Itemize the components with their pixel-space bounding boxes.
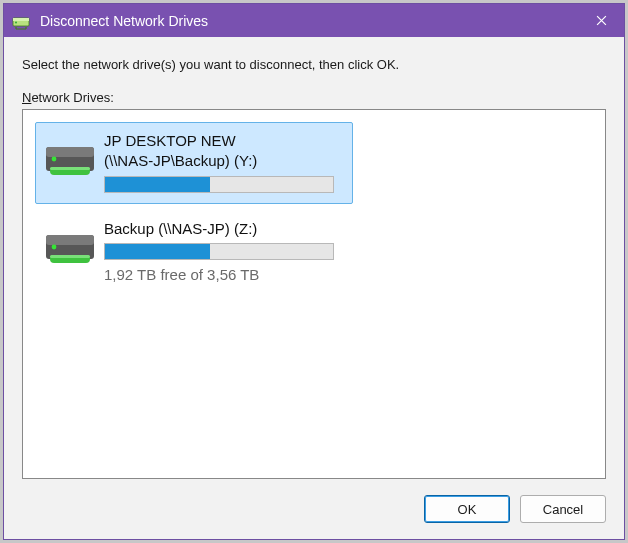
network-drive-icon [44, 227, 96, 269]
svg-point-10 [52, 244, 57, 249]
drive-info: Backup (\\NAS-JP) (Z:) 1,92 TB free of 3… [104, 219, 334, 283]
close-icon [596, 15, 607, 26]
title-bar: Disconnect Network Drives [4, 4, 624, 37]
list-label-accelerator: N [22, 90, 31, 105]
list-label-rest: etwork Drives: [31, 90, 113, 105]
window-title: Disconnect Network Drives [40, 13, 578, 29]
svg-point-5 [52, 157, 57, 162]
svg-rect-7 [50, 167, 90, 170]
drive-capacity-fill [105, 244, 210, 259]
cancel-button[interactable]: Cancel [520, 495, 606, 523]
svg-rect-9 [46, 235, 94, 245]
network-drive-icon [44, 139, 96, 181]
ok-button[interactable]: OK [424, 495, 510, 523]
dialog-buttons: OK Cancel [22, 495, 606, 523]
close-button[interactable] [578, 4, 624, 37]
drive-info: JP DESKTOP NEW (\\NAS-JP\Backup) (Y:) [104, 131, 334, 193]
ok-button-label: OK [458, 502, 477, 517]
drive-item[interactable]: Backup (\\NAS-JP) (Z:) 1,92 TB free of 3… [35, 210, 593, 294]
drive-free-text: 1,92 TB free of 3,56 TB [104, 266, 334, 283]
cancel-button-label: Cancel [543, 502, 583, 517]
dialog-window: Disconnect Network Drives Select the net… [3, 3, 625, 540]
network-drives-listbox[interactable]: JP DESKTOP NEW (\\NAS-JP\Backup) (Y:) [22, 109, 606, 479]
list-label: Network Drives: [22, 90, 606, 105]
svg-rect-12 [50, 255, 90, 258]
drive-capacity-bar [104, 176, 334, 193]
network-drive-app-icon [12, 12, 30, 30]
drive-title-line1: JP DESKTOP NEW [104, 131, 334, 151]
drive-title-line2: (\\NAS-JP\Backup) (Y:) [104, 151, 334, 171]
svg-rect-4 [46, 147, 94, 157]
drive-capacity-bar [104, 243, 334, 260]
client-area: Select the network drive(s) you want to … [4, 37, 624, 539]
svg-point-2 [15, 21, 17, 23]
instruction-text: Select the network drive(s) you want to … [22, 57, 606, 72]
drive-item[interactable]: JP DESKTOP NEW (\\NAS-JP\Backup) (Y:) [35, 122, 353, 204]
drive-capacity-fill [105, 177, 210, 192]
svg-rect-1 [13, 18, 29, 21]
drive-title-line1: Backup (\\NAS-JP) (Z:) [104, 219, 334, 239]
